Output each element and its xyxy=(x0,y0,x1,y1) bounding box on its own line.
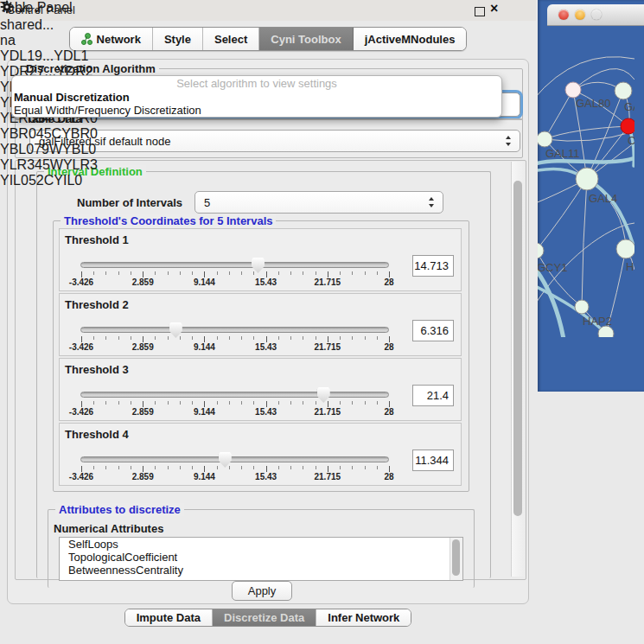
node-gal80 xyxy=(565,82,581,98)
stepper-arrows-icon xyxy=(429,197,435,207)
interval-definition-group: Interval Definition Number of Intervals … xyxy=(36,171,491,578)
column-header-name[interactable]: na xyxy=(0,33,101,48)
tab-style[interactable]: Style xyxy=(153,28,203,50)
tab-impute-data[interactable]: Impute Data xyxy=(125,609,213,626)
slider-tick-labels: -3.4262.8599.14415.4321.71528 xyxy=(81,472,390,482)
column-header-shared[interactable]: shared... xyxy=(0,17,101,33)
threshold-label: Threshold 2 xyxy=(65,298,129,311)
threshold-slider-track[interactable] xyxy=(80,327,389,333)
threshold-label: Threshold 3 xyxy=(65,363,129,376)
tab-cyni-toolbox[interactable]: Cyni Toolbox xyxy=(259,28,353,50)
node-label-gal4: GAL4 xyxy=(589,192,617,205)
table-header-row[interactable]: shared... na xyxy=(0,17,101,48)
popup-item-manual[interactable]: Manual Discretization xyxy=(12,91,501,104)
vertical-scrollbar[interactable] xyxy=(511,162,525,577)
checkbox-icon[interactable]: ✓ xyxy=(17,2,29,16)
threshold-value-field[interactable]: 21.4 xyxy=(412,385,454,406)
slider-tick-labels: -3.4262.8599.14415.4321.71528 xyxy=(81,342,390,353)
threshold-value-field[interactable]: 14.713 xyxy=(412,255,454,277)
popup-item-equal-width[interactable]: Equal Width/Frequency Discretization xyxy=(12,104,501,117)
float-window-icon[interactable] xyxy=(475,7,485,16)
list-item[interactable]: TopologicalCoefficient xyxy=(60,551,462,564)
node-right-mid xyxy=(616,239,634,258)
slider-major-ticks xyxy=(81,466,390,472)
tab-jactivemnodules[interactable]: jActiveMNodules xyxy=(354,28,467,50)
table-body[interactable]: YDL19...YDL1YDR27...YDR2YBR043CYBR0YPR14… xyxy=(0,48,101,188)
stepper-arrows-icon xyxy=(506,136,512,146)
number-of-intervals-combobox[interactable]: 5 xyxy=(194,191,443,214)
threshold-value-field[interactable]: 11.344 xyxy=(412,450,454,471)
algorithm-placeholder: Select algorithm to view settings xyxy=(12,76,501,91)
threshold-label: Threshold 1 xyxy=(65,233,129,246)
numerical-attributes-label: Numerical Attributes xyxy=(54,522,163,535)
node-label-clipped-top: GA xyxy=(624,100,634,113)
node-label-clipped-low: H xyxy=(626,260,634,273)
threshold-panel: Threshold 4 -3.4262.8599.14415.4321.7152… xyxy=(59,423,462,486)
list-item[interactable]: SelfLoops xyxy=(60,538,462,551)
threshold-panel: Threshold 1 -3.4262.8599.14415.4321.7152… xyxy=(59,228,462,291)
table-data-combobox[interactable]: galFiltered.sif default node xyxy=(29,130,520,152)
table-row[interactable]: YIL052CYIL0 xyxy=(0,173,101,188)
settings-scrollpane: Interval Definition Number of Intervals … xyxy=(15,160,526,580)
table-row[interactable]: YBL079WYBL0 xyxy=(0,142,101,157)
slider-tick-labels: -3.4262.8599.14415.4321.71528 xyxy=(81,277,390,288)
threshold-slider-track[interactable] xyxy=(80,392,389,398)
node-gal4 xyxy=(576,168,598,190)
table-row[interactable]: YDL19...YDL1 xyxy=(0,48,101,64)
tab-discretize-data[interactable]: Discretize Data xyxy=(213,609,316,626)
number-of-intervals-value: 5 xyxy=(204,196,210,209)
thresholds-group: Threshold's Coordinates for 5 Intervals … xyxy=(53,220,469,492)
attributes-group: Attributes to discretize Numerical Attri… xyxy=(48,509,475,588)
attributes-group-label: Attributes to discretize xyxy=(55,503,184,516)
scrollbar-thumb[interactable] xyxy=(513,181,522,516)
node-red xyxy=(621,118,634,134)
close-icon[interactable]: × xyxy=(490,1,498,16)
table-row[interactable]: YLR345WYLR3 xyxy=(0,157,101,173)
apply-button[interactable]: Apply xyxy=(232,581,292,601)
network-window-titlebar[interactable] xyxy=(547,4,644,26)
mac-zoom-icon[interactable] xyxy=(591,10,602,20)
node-gcy1 xyxy=(538,243,544,258)
slider-major-ticks xyxy=(81,336,390,342)
table-row[interactable]: YBR045CYBR0 xyxy=(0,126,101,142)
node-gal11 xyxy=(538,131,552,147)
mac-close-icon[interactable] xyxy=(558,10,569,20)
node-hap2 xyxy=(575,300,589,314)
algorithm-dropdown-popup: Select algorithm to view settings Manual… xyxy=(11,75,502,118)
checkbox-icon[interactable]: ✓ xyxy=(33,2,44,16)
node-label-gal11: GAL11 xyxy=(545,147,580,160)
node-top-right xyxy=(615,82,632,99)
gear-icon[interactable] xyxy=(0,0,14,14)
slider-major-ticks xyxy=(81,401,390,407)
list-item[interactable]: BetweennessCentrality xyxy=(60,564,462,577)
tab-infer-network[interactable]: Infer Network xyxy=(316,609,411,626)
numerical-attributes-list[interactable]: SelfLoopsTopologicalCoefficientBetweenne… xyxy=(59,537,463,581)
table-toolbar: ✓ ✓ xyxy=(0,0,101,17)
node-label-hap2: HAP2 xyxy=(583,315,612,328)
threshold-slider-track[interactable] xyxy=(80,262,389,268)
mac-minimize-icon[interactable] xyxy=(575,10,585,20)
bottom-tabbar: Impute DataDiscretize DataInfer Network xyxy=(0,609,536,627)
node-label-gcy1: GCY1 xyxy=(538,261,567,274)
slider-major-ticks xyxy=(81,271,390,277)
threshold-label: Threshold 4 xyxy=(65,428,129,441)
list-scrollbar[interactable] xyxy=(450,538,462,580)
threshold-panel: Threshold 2 -3.4262.8599.14415.4321.7152… xyxy=(59,293,462,356)
network-canvas[interactable]: GAL80 GA C GAL11 GAL4 H GCY1 HAP2 xyxy=(538,0,644,341)
threshold-slider-track[interactable] xyxy=(80,456,389,462)
node-label-clipped-mid: C xyxy=(628,134,634,147)
tab-select[interactable]: Select xyxy=(203,28,259,50)
threshold-panel: Threshold 3 -3.4262.8599.14415.4321.7152… xyxy=(59,358,462,421)
thresholds-group-label: Threshold's Coordinates for 5 Intervals xyxy=(61,214,276,227)
network-view-window[interactable]: GAL80 GA C GAL11 GAL4 H GCY1 HAP2 xyxy=(538,0,644,392)
threshold-value-field[interactable]: 6.316 xyxy=(412,320,454,341)
node-label-gal80: GAL80 xyxy=(576,97,610,110)
slider-tick-labels: -3.4262.8599.14415.4321.71528 xyxy=(81,407,390,418)
number-of-intervals-label: Number of Intervals xyxy=(77,196,182,209)
